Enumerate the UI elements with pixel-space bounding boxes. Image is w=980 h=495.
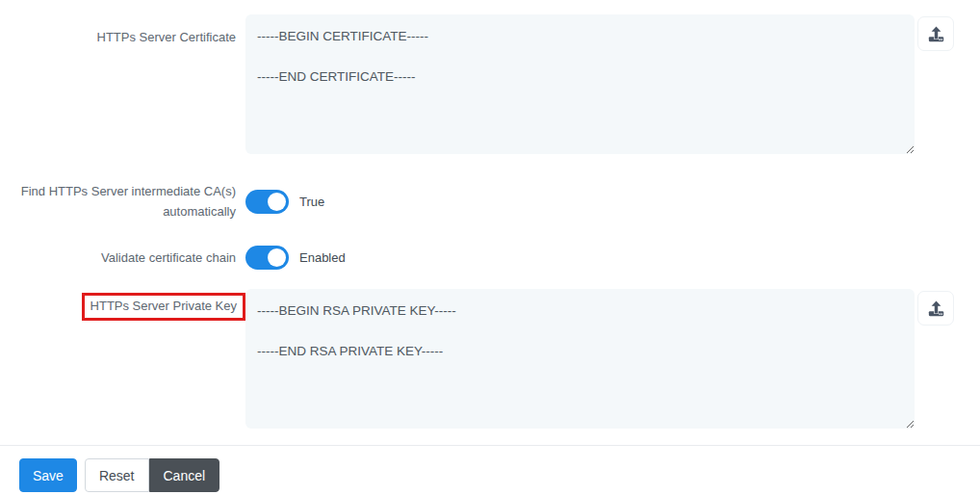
certificate-row: HTTPs Server Certificate -----BEGIN CERT…: [0, 14, 980, 154]
footer-actions: Save Reset Cancel: [0, 446, 980, 492]
upload-icon: [928, 26, 944, 42]
private-key-label: HTTPs Server Private Key: [90, 299, 237, 313]
save-button[interactable]: Save: [19, 458, 77, 492]
https-server-certificate-textarea[interactable]: -----BEGIN CERTIFICATE----- -----END CER…: [245, 14, 915, 154]
reset-button[interactable]: Reset: [85, 458, 149, 492]
validate-chain-toggle[interactable]: [245, 246, 289, 270]
certificate-label: HTTPs Server Certificate: [0, 14, 245, 47]
cancel-button[interactable]: Cancel: [149, 458, 220, 492]
intermediate-ca-row: Find HTTPs Server intermediate CA(s) aut…: [0, 181, 980, 221]
private-key-upload-button[interactable]: [917, 291, 954, 326]
intermediate-ca-label: Find HTTPs Server intermediate CA(s) aut…: [0, 181, 245, 221]
upload-icon: [928, 300, 944, 317]
private-key-label-highlight: HTTPs Server Private Key: [82, 293, 245, 321]
private-key-row: HTTPs Server Private Key -----BEGIN RSA …: [0, 289, 980, 429]
intermediate-ca-toggle[interactable]: [245, 190, 289, 214]
toggle-knob: [268, 193, 286, 211]
validate-chain-state: Enabled: [299, 250, 346, 265]
certificate-upload-button[interactable]: [917, 16, 954, 51]
validate-chain-row: Validate certificate chain Enabled: [0, 246, 980, 270]
https-server-private-key-textarea[interactable]: -----BEGIN RSA PRIVATE KEY----- -----END…: [245, 289, 915, 429]
validate-chain-label: Validate certificate chain: [0, 248, 245, 268]
reset-cancel-group: Reset Cancel: [85, 458, 219, 492]
intermediate-ca-state: True: [299, 195, 324, 209]
toggle-knob: [268, 248, 286, 267]
settings-form: HTTPs Server Certificate -----BEGIN CERT…: [0, 14, 980, 492]
